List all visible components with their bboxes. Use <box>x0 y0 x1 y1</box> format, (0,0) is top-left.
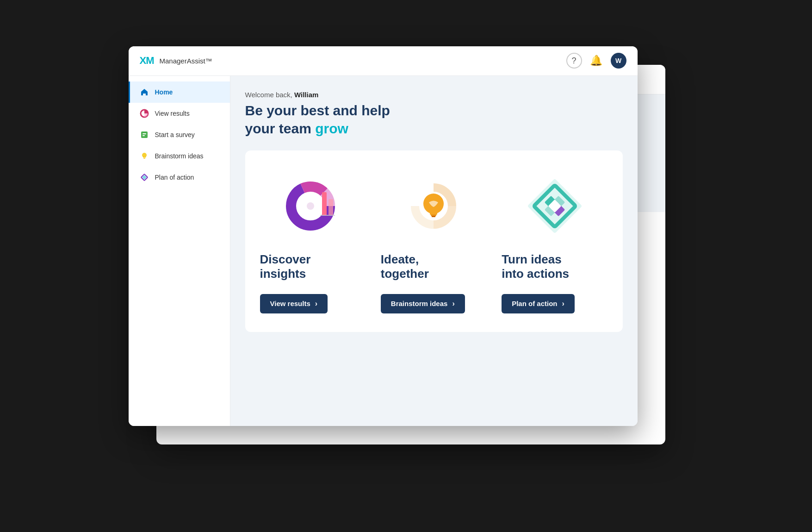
title-bar-actions: ? 🔔 W <box>566 53 626 69</box>
svg-rect-8 <box>143 135 145 136</box>
sidebar-item-view-results[interactable]: View results <box>129 103 230 124</box>
help-button[interactable]: ? <box>566 53 582 69</box>
user-avatar-button[interactable]: W <box>611 53 626 69</box>
svg-rect-6 <box>141 131 148 138</box>
svg-rect-7 <box>143 133 146 134</box>
actions-icon-area <box>502 169 607 243</box>
hero-heading: Be your best and help your team grow <box>245 101 623 138</box>
ideate-icon-area <box>381 169 487 243</box>
sidebar-item-home[interactable]: Home <box>129 81 230 103</box>
discover-icon-area <box>260 169 366 243</box>
diamond-plan-icon <box>139 172 149 182</box>
sidebar-item-start-survey[interactable]: Start a survey <box>129 124 230 145</box>
sidebar: Home View results <box>129 76 230 426</box>
chevron-icon-2: › <box>452 300 454 308</box>
plan-of-action-button[interactable]: Plan of action › <box>502 294 575 313</box>
sidebar-start-survey-label: Start a survey <box>155 131 195 138</box>
sidebar-plan-label: Plan of action <box>155 174 194 181</box>
pie-icon <box>139 108 149 119</box>
discover-icon <box>280 174 345 238</box>
chevron-icon-3: › <box>562 300 564 308</box>
xm-logo: XM <box>140 55 154 67</box>
ideate-icon <box>401 174 466 238</box>
ideate-title: Ideate, together <box>381 252 429 281</box>
lightbulb-icon <box>139 151 149 161</box>
svg-point-18 <box>307 202 314 210</box>
sidebar-item-brainstorm[interactable]: Brainstorm ideas <box>129 145 230 167</box>
main-layout: Home View results <box>129 76 638 426</box>
svg-rect-20 <box>329 199 333 215</box>
app-title: ManagerAssist™ <box>160 57 212 65</box>
sidebar-item-plan[interactable]: Plan of action <box>129 167 230 188</box>
brainstorm-ideas-button[interactable]: Brainstorm ideas › <box>381 294 465 313</box>
home-icon <box>139 87 149 97</box>
notifications-button[interactable]: 🔔 <box>589 53 604 69</box>
front-window: XM ManagerAssist™ ? 🔔 W Home <box>129 46 638 426</box>
welcome-name: William <box>294 91 318 99</box>
actions-title: Turn ideas into actions <box>502 252 569 281</box>
actions-card: Turn ideas into actions Plan of action › <box>502 169 607 313</box>
title-bar: XM ManagerAssist™ ? 🔔 W <box>129 46 638 76</box>
sidebar-brainstorm-label: Brainstorm ideas <box>155 152 204 160</box>
svg-rect-25 <box>432 216 435 217</box>
ideate-card: Ideate, together Brainstorm ideas › <box>381 169 487 313</box>
content-area: Welcome back, William Be your best and h… <box>230 76 638 426</box>
svg-point-9 <box>142 153 147 157</box>
discover-title: Discover insights <box>260 252 311 281</box>
actions-icon <box>522 174 587 238</box>
discover-card: Discover insights View results › <box>260 169 366 313</box>
sidebar-home-label: Home <box>155 88 173 96</box>
welcome-text: Welcome back, William <box>245 91 623 99</box>
sidebar-view-results-label: View results <box>155 110 190 117</box>
svg-rect-19 <box>322 192 327 215</box>
view-results-button[interactable]: View results › <box>260 294 328 313</box>
cards-container: Discover insights View results › <box>245 150 623 332</box>
survey-icon <box>139 130 149 140</box>
chevron-icon-1: › <box>315 300 317 308</box>
